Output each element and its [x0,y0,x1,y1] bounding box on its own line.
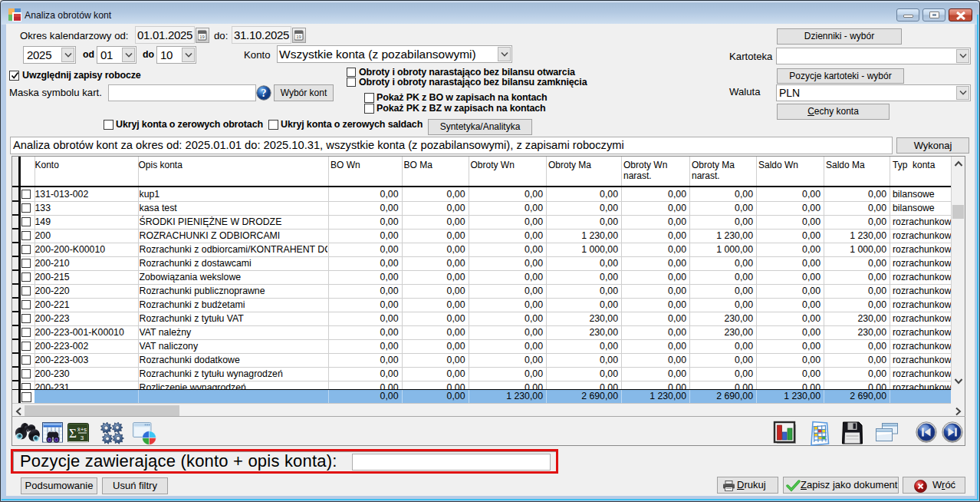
svg-text:x̄+s: x̄+s [77,426,87,433]
svg-text:3: 3 [81,434,84,441]
svg-text:Σ: Σ [69,426,77,441]
